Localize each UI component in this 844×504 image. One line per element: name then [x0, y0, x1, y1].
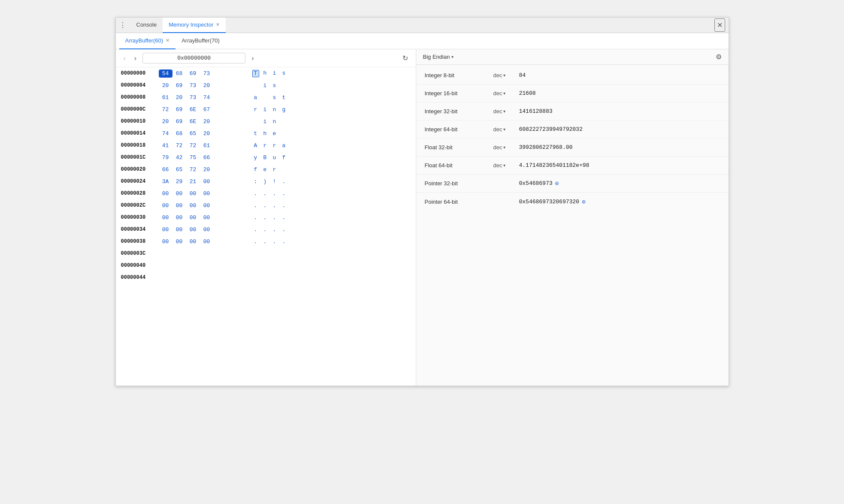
ascii-char[interactable]: i [271, 70, 278, 77]
insp-format[interactable]: dec ▾ [493, 126, 519, 133]
mem-byte[interactable]: 20 [160, 82, 172, 89]
mem-byte[interactable]: 20 [160, 118, 172, 125]
tab-memory-inspector[interactable]: Memory Inspector ✕ [163, 18, 226, 33]
insp-format[interactable]: dec ▾ [493, 162, 519, 169]
mem-byte[interactable]: 68 [173, 70, 185, 77]
tab-memory-inspector-close[interactable]: ✕ [216, 22, 220, 27]
ascii-char[interactable] [281, 166, 287, 173]
mem-byte[interactable]: 00 [187, 238, 199, 245]
ascii-char[interactable]: i [262, 82, 269, 89]
mem-byte[interactable]: 72 [173, 142, 185, 149]
ascii-char[interactable]: . [252, 214, 259, 221]
ascii-char[interactable]: a [252, 94, 259, 101]
mem-byte[interactable]: 00 [173, 190, 185, 197]
mem-byte[interactable]: 61 [201, 142, 213, 149]
ascii-char[interactable]: T [252, 70, 259, 77]
mem-byte[interactable]: 00 [173, 238, 185, 245]
mem-byte[interactable]: 65 [173, 166, 185, 173]
ascii-char[interactable]: ! [271, 178, 278, 185]
mem-byte[interactable]: 20 [201, 166, 213, 173]
mem-byte[interactable]: 00 [187, 214, 199, 221]
mem-byte[interactable]: 69 [187, 70, 199, 77]
ascii-char[interactable]: . [271, 238, 278, 245]
ascii-char[interactable]: u [271, 154, 278, 161]
ascii-char[interactable]: g [281, 106, 287, 113]
mem-byte[interactable]: 20 [201, 130, 213, 137]
ascii-char[interactable] [252, 82, 259, 89]
ascii-char[interactable]: . [281, 214, 287, 221]
ascii-char[interactable]: . [262, 214, 269, 221]
insp-format[interactable]: dec ▾ [493, 108, 519, 115]
ascii-char[interactable]: f [252, 166, 259, 173]
mem-byte[interactable]: 00 [201, 178, 213, 185]
ascii-char[interactable]: r [262, 142, 269, 149]
nav-back-button[interactable]: ‹ [121, 54, 128, 63]
mem-byte[interactable]: 20 [201, 118, 213, 125]
ascii-char[interactable]: s [281, 70, 287, 77]
ascii-char[interactable]: i [262, 106, 269, 113]
mem-byte[interactable]: 3A [160, 178, 172, 185]
endian-select[interactable]: Big Endian ▾ [423, 54, 454, 60]
ascii-char[interactable]: t [252, 130, 259, 137]
ascii-char[interactable]: . [262, 226, 269, 233]
ascii-char[interactable]: . [252, 238, 259, 245]
ascii-char[interactable]: . [262, 238, 269, 245]
ascii-char[interactable]: s [271, 82, 278, 89]
ascii-char[interactable]: i [262, 118, 269, 125]
refresh-button[interactable]: ↻ [400, 53, 411, 63]
mem-byte[interactable]: 69 [173, 118, 185, 125]
insp-format[interactable]: dec ▾ [493, 90, 519, 97]
insp-format[interactable]: dec ▾ [493, 72, 519, 78]
mem-byte[interactable]: 20 [201, 82, 213, 89]
mem-byte[interactable]: 67 [201, 106, 213, 113]
ascii-char[interactable]: B [262, 154, 269, 161]
ascii-char[interactable]: e [271, 130, 278, 137]
mem-byte[interactable]: 00 [201, 214, 213, 221]
mem-byte[interactable]: 74 [201, 94, 213, 101]
ascii-char[interactable]: n [271, 106, 278, 113]
mem-byte[interactable]: 69 [173, 106, 185, 113]
mem-byte[interactable]: 00 [173, 226, 185, 233]
tab-console[interactable]: Console [130, 18, 163, 33]
mem-byte[interactable]: 00 [173, 214, 185, 221]
mem-byte[interactable]: 00 [160, 214, 172, 221]
mem-byte[interactable]: 6E [187, 106, 199, 113]
mem-byte[interactable]: 72 [187, 142, 199, 149]
goto-icon[interactable]: ⊙ [582, 198, 585, 205]
ascii-char[interactable]: . [252, 190, 259, 197]
mem-byte[interactable]: 66 [160, 166, 172, 173]
ascii-char[interactable]: . [281, 202, 287, 209]
ascii-char[interactable]: . [281, 178, 287, 185]
mem-byte[interactable]: 73 [187, 94, 199, 101]
mem-byte[interactable]: 41 [160, 142, 172, 149]
address-input[interactable] [142, 53, 245, 63]
sub-tab-arraybuffer-60[interactable]: ArrayBuffer(60) ✕ [119, 33, 176, 49]
ascii-char[interactable]: . [252, 226, 259, 233]
ascii-char[interactable]: a [281, 142, 287, 149]
mem-byte[interactable]: 66 [201, 154, 213, 161]
mem-byte[interactable]: 75 [187, 154, 199, 161]
ascii-char[interactable]: A [252, 142, 259, 149]
ascii-char[interactable]: h [262, 70, 269, 77]
mem-byte[interactable]: 00 [201, 226, 213, 233]
ascii-char[interactable]: . [281, 238, 287, 245]
sub-tab-arraybuffer-60-close[interactable]: ✕ [166, 38, 169, 43]
mem-byte[interactable]: 42 [173, 154, 185, 161]
sub-tab-arraybuffer-70[interactable]: ArrayBuffer(70) [175, 33, 226, 49]
mem-byte[interactable]: 00 [187, 202, 199, 209]
mem-byte[interactable]: 68 [173, 130, 185, 137]
ascii-char[interactable]: y [252, 154, 259, 161]
mem-byte[interactable]: 72 [187, 166, 199, 173]
mem-byte[interactable]: 69 [173, 82, 185, 89]
ascii-char[interactable]: . [262, 190, 269, 197]
mem-byte[interactable]: 74 [160, 130, 172, 137]
mem-byte[interactable]: 73 [201, 70, 213, 77]
mem-byte[interactable]: 6E [187, 118, 199, 125]
ascii-char[interactable]: . [262, 202, 269, 209]
nav-forward-button[interactable]: › [132, 54, 139, 63]
mem-byte[interactable]: 00 [201, 238, 213, 245]
mem-byte[interactable]: 65 [187, 130, 199, 137]
ascii-char[interactable]: h [262, 130, 269, 137]
memory-view[interactable]: 0000000054686973This0000000420697320 is … [116, 67, 416, 386]
ascii-char[interactable]: . [271, 190, 278, 197]
